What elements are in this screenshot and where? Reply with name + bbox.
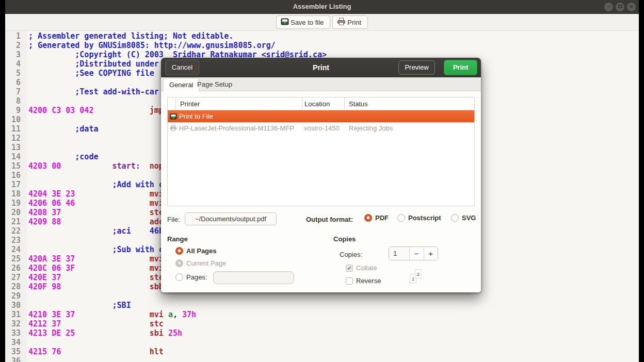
line-number: 24 [7, 245, 21, 254]
format-option-pdf[interactable]: PDF [364, 214, 389, 222]
format-svg-label: SVG [462, 214, 476, 222]
collate-checkbox-item: ✔ Collate [346, 264, 377, 272]
line-number: 33 [7, 328, 21, 338]
line-number: 11 [7, 124, 21, 134]
line-number: 15 [7, 161, 21, 171]
print-dialog: Cancel Print Preview Print General Page … [161, 58, 481, 292]
code-text: ;Distributed under [28, 59, 159, 69]
printer-status: Rejecting Jobs [349, 124, 474, 132]
line-number: 5 [7, 69, 21, 78]
range-option-current-page: Current Page [175, 259, 226, 267]
code-text: ;SBI [28, 301, 131, 310]
save-to-file-button[interactable]: Save to file [276, 15, 330, 29]
copies-stepper: − + [389, 246, 438, 260]
status-column-header[interactable]: Status [345, 97, 474, 110]
radio-unselected-icon [175, 273, 183, 281]
maximize-icon[interactable] [616, 3, 624, 11]
copies-input[interactable] [389, 247, 409, 260]
save-to-file-label: Save to file [291, 19, 324, 26]
code-text: 4200 C3 03 042 jmp [28, 106, 164, 115]
output-file-button[interactable]: ~/Documents/output.pdf [185, 212, 277, 225]
line-number: 1 [7, 31, 21, 41]
code-text: 420F 98 sbb [28, 282, 164, 291]
code-line: 314210 3E 37 mvi a, 37h [7, 310, 327, 319]
line-number: 9 [7, 106, 21, 115]
printer-icon [337, 18, 346, 27]
line-number: 32 [7, 319, 21, 328]
line-number: 28 [7, 282, 21, 291]
reverse-checkbox-item[interactable]: Reverse [346, 277, 381, 285]
line-number: 23 [7, 236, 21, 245]
range-option-all-pages[interactable]: All Pages [175, 247, 217, 255]
code-line: 334213 DE 25 sbi 25h [7, 328, 327, 338]
line-number: 35 [7, 347, 21, 356]
format-option-postscript[interactable]: Postscript [397, 214, 441, 222]
code-text: 4209 88 adc [28, 217, 164, 226]
printer-name: Print to File [179, 112, 304, 120]
line-number: 29 [7, 291, 21, 301]
line-number: 25 [7, 254, 21, 264]
file-label: File: [167, 216, 180, 223]
code-line: 2; Generated by GNUSim8085: http://www.g… [7, 41, 327, 50]
save-to-file-icon [281, 18, 289, 27]
line-number: 13 [7, 143, 21, 152]
code-text: ;aci 46h [28, 226, 164, 236]
line-number: 12 [7, 134, 21, 143]
print-confirm-button[interactable]: Print [444, 60, 477, 75]
collate-page-2: 2 [415, 269, 422, 278]
radio-selected-icon [175, 247, 183, 255]
minimize-icon[interactable]: − [604, 3, 613, 11]
pages-input[interactable] [213, 271, 294, 284]
line-number: 34 [7, 338, 21, 347]
code-text: ;Add with c [28, 180, 164, 189]
line-number: 19 [7, 199, 21, 208]
printer-row-icon [170, 125, 179, 131]
line-number: 6 [7, 78, 21, 87]
copies-increment-button[interactable]: + [424, 247, 438, 260]
preview-button[interactable]: Preview [398, 60, 435, 75]
tab-page-setup[interactable]: Page Setup [192, 78, 237, 91]
print-button[interactable]: Print [332, 15, 368, 29]
format-option-svg[interactable]: SVG [451, 214, 476, 222]
printer-row-print-to-file[interactable]: Print to File [168, 110, 474, 122]
code-text: 4215 76 hlt [28, 347, 164, 356]
printer-column-header[interactable]: Printer [176, 97, 302, 110]
copies-heading: Copies [333, 235, 356, 243]
range-heading: Range [167, 235, 188, 243]
range-option-pages[interactable]: Pages: [175, 273, 207, 281]
code-text: ; Generated by GNUSim8085: http://www.gn… [28, 41, 276, 50]
printer-row-hp-laserjet[interactable]: HP-LaserJet-Professional-M1136-MFP vostr… [168, 122, 474, 134]
code-line: 324212 37 stc [7, 319, 327, 328]
window-title: Assembler Listing [5, 0, 639, 13]
printer-icon-column-header[interactable] [168, 97, 176, 110]
line-number: 17 [7, 180, 21, 189]
copies-label: Copies: [340, 251, 362, 258]
line-number: 27 [7, 273, 21, 282]
code-text: ; Assembler generated listing; Not edita… [28, 31, 233, 41]
radio-disabled-icon [175, 259, 183, 267]
line-number: 21 [7, 217, 21, 226]
cancel-button[interactable]: Cancel [165, 60, 199, 75]
maximize-glyph [618, 5, 622, 8]
line-number: 3 [7, 50, 21, 59]
code-text: ;data [28, 124, 98, 134]
code-text: ;code [28, 152, 98, 161]
code-line: 30 ;SBI [7, 301, 327, 310]
code-line: 36 [7, 356, 327, 362]
print-label: Print [347, 19, 361, 26]
code-text: 4210 3E 37 mvi a, 37h [28, 310, 196, 319]
reverse-label: Reverse [356, 277, 381, 285]
radio-unselected-icon [397, 214, 405, 222]
copies-decrement-button[interactable]: − [409, 247, 424, 260]
line-number: 20 [7, 208, 21, 217]
current-page-label: Current Page [186, 259, 226, 267]
code-text: 4213 DE 25 sbi 25h [28, 328, 182, 338]
pages-label: Pages: [186, 273, 207, 281]
print-dialog-header: Cancel Print Preview Print [161, 58, 481, 77]
location-column-header[interactable]: Location [302, 97, 345, 110]
code-text: 4203 00 start: nop [28, 161, 164, 171]
line-number: 14 [7, 152, 21, 161]
printer-table-header: Printer Location Status [168, 97, 474, 110]
radio-unselected-icon [451, 214, 459, 222]
close-icon[interactable]: × [627, 3, 636, 11]
